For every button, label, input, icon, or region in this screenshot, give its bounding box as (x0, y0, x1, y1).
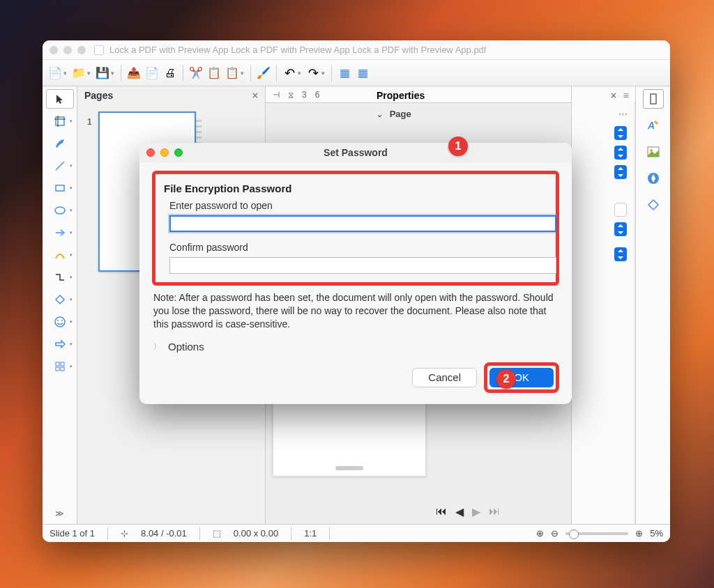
left-toolbar: ▾ ▾ ▾ ▾ ▾ ▾ ▾ ▾ ▾ ▾ ▾ ≫ (43, 86, 77, 524)
svg-rect-8 (56, 362, 59, 366)
svg-rect-12 (651, 94, 656, 104)
document-icon (94, 45, 104, 55)
copy-button[interactable]: 📋 (206, 63, 222, 83)
open-button[interactable]: 📁 (70, 63, 87, 83)
set-password-dialog: Set Password File Encryption Password En… (139, 143, 572, 404)
pages-panel-title: Pages (84, 90, 113, 101)
maximize-window-icon[interactable] (77, 46, 86, 54)
properties-title: Properties (377, 90, 425, 101)
close-window-icon[interactable] (50, 46, 58, 54)
snap-grid-button[interactable]: ▦ (354, 63, 371, 83)
enter-password-input[interactable] (169, 215, 556, 232)
undo-button[interactable]: ↶ (281, 63, 298, 83)
minimize-window-icon[interactable] (63, 46, 72, 54)
crop-tool[interactable]: ▾ (46, 111, 74, 131)
zoom-out-icon[interactable]: ⊖ (551, 528, 559, 539)
grid-button[interactable]: ▦ (336, 63, 353, 83)
rectangle-tool[interactable]: ▾ (46, 178, 74, 198)
page-section-label: Page (390, 109, 411, 119)
svg-rect-0 (56, 117, 64, 125)
confirm-password-input[interactable] (169, 257, 556, 274)
prev-slide-icon[interactable]: ◀ (455, 505, 464, 518)
print-button[interactable]: 🖨 (162, 63, 178, 83)
clone-format-button[interactable]: 🖌️ (255, 63, 272, 83)
selection-tool[interactable] (46, 89, 74, 109)
svg-point-5 (55, 317, 65, 327)
navigator-icon[interactable] (643, 169, 664, 188)
main-toolbar: 📄▾ 📁▾ 💾▾ 📤 📄 🖨 ✂️ 📋 📋▾ 🖌️ ↶▾ ↷▾ ▦ ▦ (43, 60, 670, 86)
arrow-tool[interactable]: ▾ (46, 223, 74, 242)
property-stepper[interactable] (614, 247, 627, 261)
ruler-mark: 6 (315, 90, 320, 100)
properties-menu-icon[interactable]: ≡ (623, 90, 628, 101)
expand-toolbar-icon[interactable]: ≫ (55, 509, 64, 518)
dialog-close-icon[interactable] (146, 148, 155, 157)
selection-size: 0.00 x 0.00 (234, 528, 278, 539)
options-disclosure[interactable]: 〉 Options (152, 338, 559, 362)
fit-page-icon[interactable]: ⊕ (536, 528, 544, 539)
export-pdf-button[interactable]: 📄 (144, 63, 160, 83)
cut-button[interactable]: ✂️ (188, 63, 204, 83)
ellipse-tool[interactable]: ▾ (46, 201, 74, 220)
size-icon: ⬚ (213, 528, 221, 539)
pen-tool[interactable] (46, 134, 74, 153)
ruler-mark: 3 (302, 90, 307, 100)
close-properties-icon[interactable]: × (611, 90, 616, 101)
right-toolbar: A (635, 86, 670, 524)
svg-point-15 (650, 149, 653, 152)
svg-point-7 (61, 320, 63, 321)
new-button[interactable]: 📄 (47, 63, 63, 83)
connector-tool[interactable]: ▾ (46, 268, 74, 287)
zoom-level[interactable]: 5% (650, 528, 663, 539)
gallery-icon[interactable] (643, 142, 664, 162)
shapes-icon[interactable] (643, 195, 664, 215)
save-button[interactable]: 💾 (94, 63, 111, 83)
zoom-slider[interactable] (565, 532, 628, 535)
redo-button[interactable]: ↷ (305, 63, 321, 83)
curve-tool[interactable]: ▾ (46, 245, 74, 265)
flowchart-tool[interactable]: ▾ (46, 357, 74, 376)
dialog-titlebar: Set Password (139, 143, 572, 162)
page-section[interactable]: ⌄ Page ⋯ (370, 105, 635, 123)
block-arrow-tool[interactable]: ▾ (46, 334, 74, 354)
annotation-callout-1: 1 (448, 137, 468, 156)
last-slide-icon[interactable]: ⏭ (489, 505, 500, 518)
dialog-minimize-icon[interactable] (160, 148, 169, 157)
options-label: Options (168, 341, 204, 353)
property-stepper[interactable] (614, 165, 627, 179)
pages-panel-header: Pages × (77, 86, 265, 105)
paste-button[interactable]: 📋 (224, 63, 241, 83)
close-pages-icon[interactable]: × (252, 90, 258, 101)
next-slide-icon[interactable]: ▶ (472, 505, 480, 518)
svg-text:A: A (647, 120, 655, 131)
scale-ratio[interactable]: 1:1 (304, 528, 317, 539)
symbol-tool[interactable]: ▾ (46, 312, 74, 332)
svg-line-1 (56, 162, 64, 170)
annotation-frame-1: File Encryption Password Enter password … (152, 171, 559, 286)
chevron-down-icon: ⌄ (377, 110, 383, 118)
export-button[interactable]: 📤 (126, 63, 142, 83)
property-stepper[interactable] (614, 222, 627, 236)
cancel-button[interactable]: Cancel (412, 368, 477, 387)
statusbar: Slide 1 of 1 ⊹ 8.04 / -0.01 ⬚ 0.00 x 0.0… (43, 524, 670, 542)
chevron-right-icon: 〉 (153, 341, 161, 352)
property-field[interactable] (614, 203, 627, 217)
basic-shapes-tool[interactable]: ▾ (46, 290, 74, 309)
property-stepper[interactable] (614, 146, 627, 160)
slide-canvas[interactable] (273, 400, 426, 477)
property-stepper[interactable] (614, 126, 627, 140)
styles-icon[interactable]: A (643, 116, 664, 135)
svg-point-3 (55, 207, 65, 214)
svg-rect-11 (61, 367, 64, 371)
window-controls (50, 46, 86, 54)
first-slide-icon[interactable]: ⏮ (436, 505, 447, 518)
dialog-maximize-icon[interactable] (174, 148, 183, 157)
encryption-section-title: File Encryption Password (164, 183, 547, 194)
properties-icon[interactable] (643, 89, 664, 109)
svg-rect-10 (56, 367, 59, 371)
slide-indicator: Slide 1 of 1 (50, 528, 95, 539)
properties-header: Properties × ≡ (370, 86, 635, 105)
zoom-in-icon[interactable]: ⊕ (635, 528, 643, 539)
line-tool[interactable]: ▾ (46, 156, 74, 176)
password-note: Note: After a password has been set, the… (152, 291, 559, 338)
